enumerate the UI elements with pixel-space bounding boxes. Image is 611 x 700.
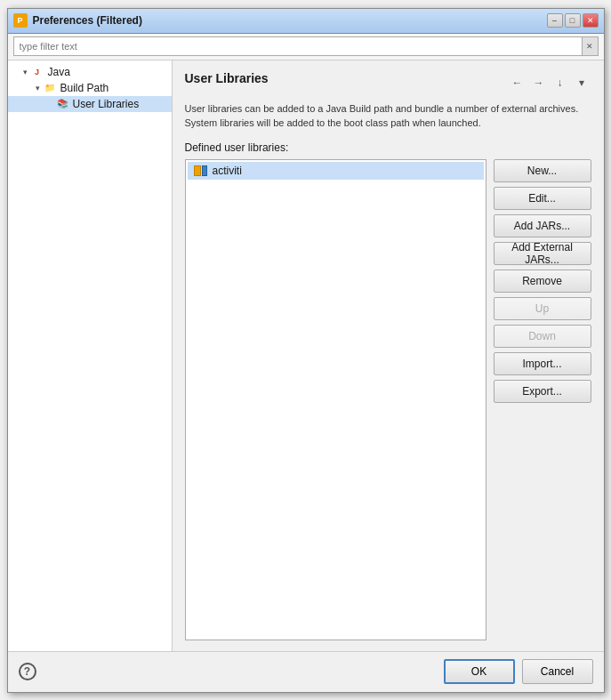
new-button[interactable]: New... [494, 159, 591, 182]
defined-libraries-label: Defined user libraries: [185, 141, 591, 154]
window-title: Preferences (Filtered) [33, 14, 547, 27]
sidebar: ▾ J Java ▾ 📁 Build Path 📚 User Libraries [8, 60, 173, 651]
action-buttons: New... Edit... Add JARs... Add External … [494, 159, 591, 640]
export-button[interactable]: Export... [494, 380, 591, 403]
window-controls: – □ ✕ [547, 13, 599, 28]
nav-forward-button[interactable]: → [529, 74, 549, 92]
panel-nav-buttons: ← → ↓ ▾ [508, 74, 591, 92]
help-button[interactable]: ? [19, 663, 36, 680]
panel-header: User Libraries ← → ↓ ▾ [185, 71, 591, 94]
book-icon [194, 165, 208, 176]
cancel-button[interactable]: Cancel [522, 659, 593, 684]
filter-bar: ✕ [8, 34, 604, 60]
down-button[interactable]: Down [494, 325, 591, 348]
libraries-list[interactable]: activiti [185, 159, 486, 640]
build-path-toggle-icon: ▾ [33, 83, 44, 93]
nav-down-button[interactable]: ↓ [551, 74, 570, 92]
library-book-icon [193, 165, 209, 177]
library-item-activiti[interactable]: activiti [188, 162, 484, 180]
user-libraries-toggle [45, 99, 56, 109]
bottom-bar: ? OK Cancel [8, 651, 604, 692]
preferences-window: P Preferences (Filtered) – □ ✕ ✕ ▾ J Jav… [7, 8, 605, 693]
filter-input[interactable] [13, 36, 583, 56]
sidebar-item-build-path[interactable]: ▾ 📁 Build Path [8, 80, 172, 96]
add-jars-button[interactable]: Add JARs... [494, 214, 591, 237]
content-area: ▾ J Java ▾ 📁 Build Path 📚 User Libraries… [8, 60, 604, 651]
sidebar-item-build-path-label: Build Path [60, 82, 109, 94]
java-toggle-icon: ▾ [20, 67, 31, 77]
app-icon: P [13, 13, 28, 28]
library-item-label: activiti [213, 165, 242, 177]
nav-menu-button[interactable]: ▾ [572, 74, 591, 92]
libraries-section: activiti New... Edit... Add JARs... Add … [185, 159, 591, 640]
close-button[interactable]: ✕ [583, 13, 599, 28]
title-bar: P Preferences (Filtered) – □ ✕ [8, 9, 604, 34]
sidebar-item-user-libraries[interactable]: 📚 User Libraries [8, 96, 172, 112]
nav-back-button[interactable]: ← [508, 74, 527, 92]
dialog-buttons: OK Cancel [444, 659, 593, 684]
minimize-button[interactable]: – [547, 13, 563, 28]
user-libraries-icon: 📚 [56, 98, 68, 110]
add-external-jars-button[interactable]: Add External JARs... [494, 242, 591, 265]
main-panel: User Libraries ← → ↓ ▾ User libraries ca… [173, 60, 604, 651]
panel-description: User libraries can be added to a Java Bu… [185, 101, 591, 131]
folder-icon: 📁 [44, 82, 56, 94]
edit-button[interactable]: Edit... [494, 187, 591, 210]
sidebar-item-java[interactable]: ▾ J Java [8, 64, 172, 80]
panel-title: User Libraries [185, 71, 269, 85]
filter-clear-button[interactable]: ✕ [583, 36, 599, 56]
maximize-button[interactable]: □ [565, 13, 581, 28]
sidebar-item-user-libraries-label: User Libraries [73, 98, 140, 110]
import-button[interactable]: Import... [494, 352, 591, 375]
up-button[interactable]: Up [494, 297, 591, 320]
remove-button[interactable]: Remove [494, 270, 591, 293]
ok-button[interactable]: OK [444, 659, 515, 684]
java-icon: J [31, 66, 44, 78]
sidebar-item-java-label: Java [48, 66, 70, 78]
